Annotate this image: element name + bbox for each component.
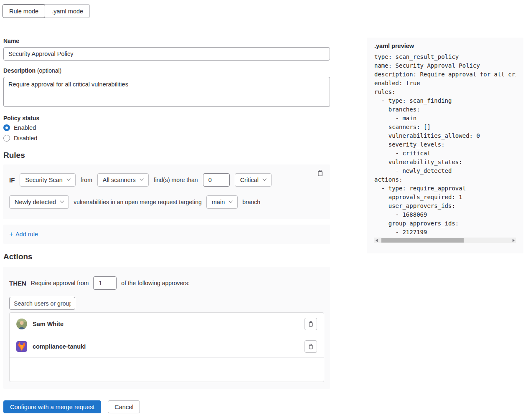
remove-approver-button[interactable] <box>305 340 317 353</box>
scanners-dropdown[interactable]: All scanners <box>97 173 149 187</box>
approver-search-input[interactable] <box>9 297 75 310</box>
scroll-left-arrow-icon[interactable] <box>376 239 378 242</box>
vulnerability-state-dropdown[interactable]: Newly detected <box>9 195 69 209</box>
description-input[interactable]: Require approval for all critical vulner… <box>3 77 330 107</box>
then-row: THEN Require approval from of the follow… <box>9 276 324 290</box>
from-label: from <box>81 177 92 183</box>
scroll-right-arrow-icon[interactable] <box>513 239 515 242</box>
finds-more-than-label: find(s) more than <box>154 177 198 183</box>
policy-status-label: Policy status <box>3 115 330 121</box>
then-keyword: THEN <box>9 280 26 287</box>
severity-dropdown[interactable]: Critical <box>235 173 272 187</box>
chevron-down-icon <box>229 199 233 203</box>
header-divider <box>0 27 523 27</box>
approvals-required-input[interactable] <box>93 276 117 290</box>
scrollbar-track[interactable] <box>379 238 511 243</box>
name-label: Name <box>3 38 330 44</box>
if-keyword: IF <box>9 177 15 184</box>
chevron-down-icon <box>140 177 144 181</box>
actions-heading: Actions <box>3 252 330 261</box>
group-avatar <box>16 341 27 352</box>
rule-card: IF Security Scan from All scanners find(… <box>3 164 330 219</box>
yaml-preview-code: type: scan_result_policy name: Security … <box>374 53 516 237</box>
description-optional-hint: (optional) <box>37 67 61 74</box>
targeting-label: vulnerabilities in an open merge request… <box>74 199 202 205</box>
chevron-down-icon <box>66 177 71 181</box>
policy-form: Name Description (optional) Require appr… <box>3 38 330 413</box>
of-approvers-label: of the following approvers: <box>121 280 189 286</box>
status-disabled-option[interactable]: Disabled <box>3 134 330 143</box>
rule-condition-line-2: Newly detected vulnerabilities in an ope… <box>9 195 324 209</box>
yaml-preview-title: .yaml preview <box>374 43 516 49</box>
add-rule-button[interactable]: + Add rule <box>9 231 38 238</box>
trash-icon <box>308 344 314 349</box>
form-footer: Configure with a merge request Cancel <box>3 400 330 413</box>
delete-rule-button[interactable] <box>315 168 325 178</box>
branch-label: branch <box>242 199 260 205</box>
approver-row-compliance-tanuki: compliance-tanuki <box>10 335 324 358</box>
trash-icon <box>308 321 314 327</box>
status-enabled-option[interactable]: Enabled <box>3 123 330 132</box>
scan-type-dropdown[interactable]: Security Scan <box>20 173 75 187</box>
vulnerabilities-allowed-input[interactable] <box>203 173 230 187</box>
chevron-down-icon <box>262 177 267 181</box>
remove-approver-button[interactable] <box>305 318 317 330</box>
mode-tab-group: Rule mode .yaml mode <box>3 4 90 18</box>
user-avatar <box>16 319 27 329</box>
require-approval-label: Require approval from <box>31 280 89 286</box>
yaml-preview-panel: .yaml preview type: scan_result_policy n… <box>367 38 523 253</box>
scrollbar-thumb[interactable] <box>381 238 464 243</box>
radio-enabled-label: Enabled <box>14 124 36 131</box>
approver-name: compliance-tanuki <box>33 343 86 350</box>
action-card: THEN Require approval from of the follow… <box>3 267 330 389</box>
description-label: Description (optional) <box>3 67 330 74</box>
add-rule-section: + Add rule <box>3 225 330 244</box>
cancel-button[interactable]: Cancel <box>108 400 140 413</box>
rules-heading: Rules <box>3 151 330 160</box>
configure-merge-request-button[interactable]: Configure with a merge request <box>3 400 101 413</box>
policy-editor-page: Rule mode .yaml mode Name Description (o… <box>0 0 528 420</box>
radio-disabled-label: Disabled <box>14 135 37 142</box>
tab-rule-mode[interactable]: Rule mode <box>3 4 45 18</box>
radio-disabled[interactable] <box>3 135 10 142</box>
rule-condition-line-1: IF Security Scan from All scanners find(… <box>9 173 324 187</box>
tab-yaml-mode[interactable]: .yaml mode <box>44 4 90 18</box>
approver-name: Sam White <box>33 321 63 327</box>
approver-list: Sam White <box>9 312 324 382</box>
approver-row-sam-white: Sam White <box>10 313 324 335</box>
plus-icon: + <box>9 231 13 237</box>
yaml-horizontal-scrollbar[interactable] <box>374 238 516 243</box>
name-input[interactable] <box>3 47 330 61</box>
radio-enabled[interactable] <box>3 124 10 131</box>
branch-dropdown[interactable]: main <box>206 195 238 209</box>
chevron-down-icon <box>60 199 64 203</box>
trash-icon <box>317 170 324 177</box>
